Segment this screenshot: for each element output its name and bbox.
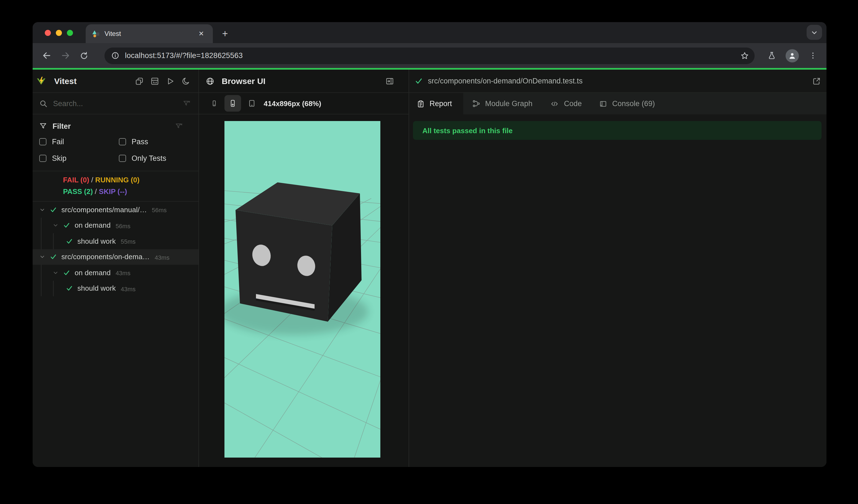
tab-code-label: Code xyxy=(564,99,582,108)
clear-filter-icon[interactable] xyxy=(175,122,191,130)
skip-checkbox[interactable] xyxy=(39,155,46,162)
filter-row-2: Skip Only Tests xyxy=(33,150,198,166)
zoom-window-button[interactable] xyxy=(67,30,73,36)
test-tree: src/components/manual/… 56ms on demand 5… xyxy=(33,202,198,467)
module-graph-icon xyxy=(472,99,480,108)
test-file-path: src/components/on-demand/OnDemand.test.t… xyxy=(428,77,808,85)
experiments-flask-icon[interactable] xyxy=(763,47,780,64)
device-phone-small-icon[interactable] xyxy=(208,99,220,108)
tree-suite-row[interactable]: on demand 43ms xyxy=(33,265,198,280)
device-toolbar: 414x896px (68%) xyxy=(199,93,409,114)
summary-line-1: FAIL (0) / RUNNING (0) xyxy=(63,174,198,186)
console-icon xyxy=(600,100,607,108)
test-suite-label: on demand xyxy=(75,269,111,277)
forward-button[interactable] xyxy=(57,47,74,64)
site-info-icon[interactable] xyxy=(111,51,120,60)
collapse-panels-icon[interactable] xyxy=(135,77,144,85)
run-all-icon[interactable] xyxy=(166,77,175,85)
skip-count: SKIP (--) xyxy=(99,188,127,196)
globe-icon xyxy=(206,77,214,85)
test-case-label: should work xyxy=(77,237,116,245)
filter-only-tests[interactable]: Only Tests xyxy=(112,154,192,162)
test-viewport-3d-scene[interactable] xyxy=(224,121,380,458)
chevron-down-icon[interactable] xyxy=(39,254,45,260)
address-bar[interactable]: localhost:5173/#/?file=1828625563 xyxy=(105,47,754,64)
chevron-down-icon[interactable] xyxy=(52,223,59,228)
tree-test-row[interactable]: should work 55ms xyxy=(33,233,198,249)
viewport-resolution[interactable]: 414x896px (68%) xyxy=(264,99,321,108)
filter-row-1: Fail Pass xyxy=(33,133,198,150)
pass-label: Pass xyxy=(131,137,148,146)
pass-checkbox[interactable] xyxy=(119,138,126,145)
bookmark-star-icon[interactable] xyxy=(740,51,749,60)
tab-code[interactable]: Code xyxy=(541,93,591,114)
fail-label: Fail xyxy=(52,137,64,146)
viewport-area xyxy=(199,114,409,467)
reload-button[interactable] xyxy=(76,47,92,64)
only-tests-checkbox[interactable] xyxy=(119,155,126,162)
browser-tab[interactable]: Vitest ✕ xyxy=(86,24,213,43)
tab-search-button[interactable] xyxy=(807,25,822,40)
fail-count: FAIL (0) xyxy=(63,176,89,184)
tab-module-graph-label: Module Graph xyxy=(485,99,533,108)
minimize-window-button[interactable] xyxy=(56,30,62,36)
skip-label: Skip xyxy=(52,154,67,162)
test-duration: 43ms xyxy=(115,269,130,277)
search-icon xyxy=(39,99,48,108)
robot-cube xyxy=(236,182,362,322)
filter-title: Filter xyxy=(52,122,71,130)
browser-toolbar: localhost:5173/#/?file=1828625563 xyxy=(33,43,826,68)
close-window-button[interactable] xyxy=(45,30,51,36)
test-file-label: src/components/on-dema… xyxy=(61,253,149,261)
test-duration: 43ms xyxy=(121,284,136,292)
tree-file-row[interactable]: src/components/manual/… 56ms xyxy=(33,202,198,217)
chevron-down-icon[interactable] xyxy=(39,207,45,213)
tab-strip: Vitest ✕ + xyxy=(33,22,826,43)
dashboard-icon[interactable] xyxy=(150,77,159,85)
code-icon xyxy=(550,100,559,108)
test-file-label: src/components/manual/… xyxy=(61,206,147,214)
new-tab-button[interactable]: + xyxy=(218,27,232,40)
search-bar xyxy=(33,93,198,114)
search-input[interactable] xyxy=(53,99,177,108)
browser-window: Vitest ✕ + localhost:5173/# xyxy=(33,22,826,467)
open-external-icon[interactable] xyxy=(812,77,821,85)
fail-checkbox[interactable] xyxy=(39,138,46,145)
filter-header: Filter xyxy=(33,119,198,133)
url-text[interactable]: localhost:5173/#/?file=1828625563 xyxy=(125,51,740,60)
test-summary: FAIL (0) / RUNNING (0) PASS (2) / SKIP (… xyxy=(33,171,198,202)
device-tablet-icon[interactable] xyxy=(246,99,257,108)
vitest-favicon-icon xyxy=(92,30,99,37)
test-case-label: should work xyxy=(77,284,116,293)
test-duration: 43ms xyxy=(155,253,170,261)
theme-toggle-moon-icon[interactable] xyxy=(181,77,190,85)
device-phone-selected[interactable] xyxy=(224,95,241,112)
pass-check-icon xyxy=(66,238,73,245)
tab-console[interactable]: Console (69) xyxy=(591,93,664,114)
tree-file-row-selected[interactable]: src/components/on-dema… 43ms xyxy=(33,249,198,265)
filter-pass[interactable]: Pass xyxy=(112,137,192,146)
tab-module-graph[interactable]: Module Graph xyxy=(463,93,541,114)
dock-panel-right-icon[interactable] xyxy=(385,77,394,85)
tab-report-label: Report xyxy=(430,99,452,108)
test-duration: 55ms xyxy=(121,237,136,245)
filter-skip[interactable]: Skip xyxy=(33,154,112,162)
report-tabs: Report Module Graph Code Console (69) xyxy=(409,93,826,114)
browser-menu-icon[interactable] xyxy=(804,47,821,64)
test-duration: 56ms xyxy=(115,222,130,229)
back-button[interactable] xyxy=(38,47,55,64)
chevron-down-icon[interactable] xyxy=(52,270,59,276)
tree-test-row[interactable]: should work 43ms xyxy=(33,280,198,296)
filter-fail[interactable]: Fail xyxy=(33,137,112,146)
running-count: RUNNING (0) xyxy=(95,176,140,184)
tree-suite-row[interactable]: on demand 56ms xyxy=(33,217,198,233)
funnel-icon xyxy=(39,122,47,130)
clear-search-filter-icon[interactable] xyxy=(182,99,191,108)
browser-ui-panel: Browser UI 414x896px (68%) xyxy=(199,70,409,467)
browser-ui-title: Browser UI xyxy=(222,76,265,86)
tab-close-icon[interactable]: ✕ xyxy=(196,29,206,39)
profile-avatar[interactable] xyxy=(785,49,799,62)
only-tests-label: Only Tests xyxy=(131,154,166,162)
screen: Vitest ✕ + localhost:5173/# xyxy=(0,0,858,504)
tab-report[interactable]: Report xyxy=(409,93,463,114)
